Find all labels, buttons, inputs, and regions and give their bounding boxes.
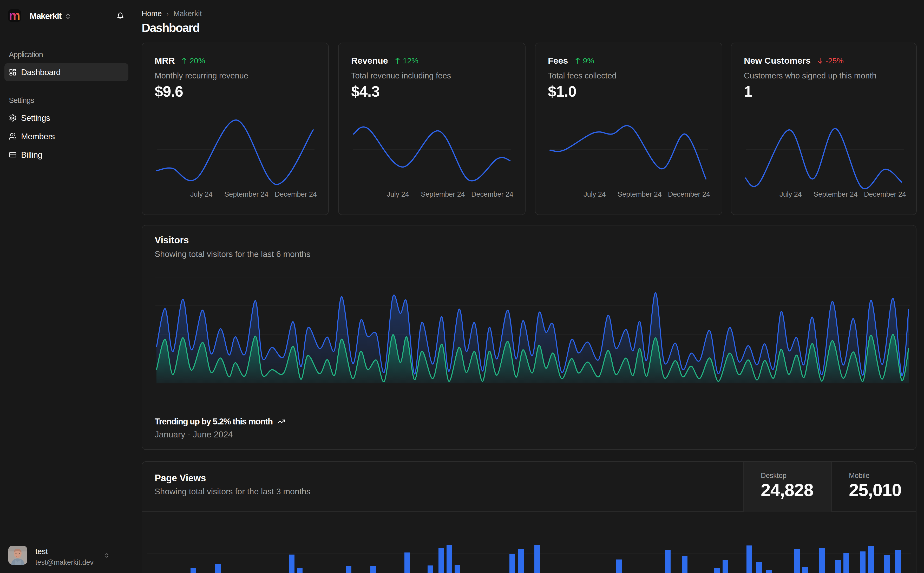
svg-text:m: m: [9, 9, 20, 22]
